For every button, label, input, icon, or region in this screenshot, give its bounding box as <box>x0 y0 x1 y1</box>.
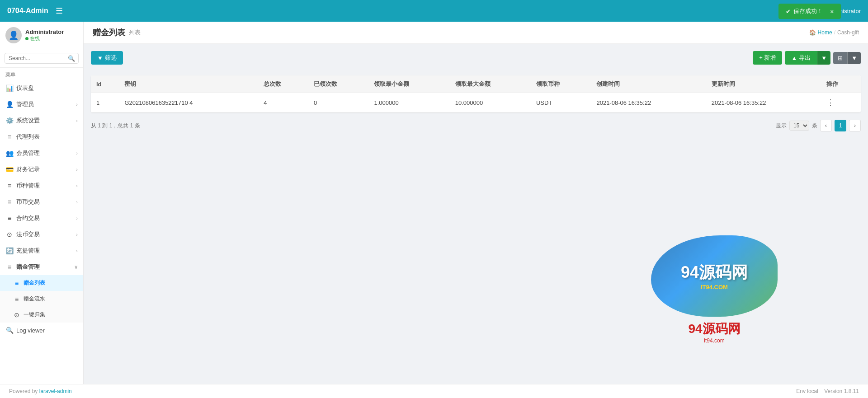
env-label: Env local <box>796 388 818 394</box>
cell-total: 4 <box>258 93 308 112</box>
chevron-down-icon: ∨ <box>74 264 78 270</box>
display-label: 显示 <box>776 122 787 130</box>
chevron-right-icon: › <box>76 199 78 205</box>
sidebar-item-label: 合约交易 <box>16 214 40 222</box>
page-subtitle: 列表 <box>129 28 141 37</box>
sidebar-item-admin[interactable]: 👤 管理员 › <box>0 96 83 112</box>
sidebar-item-logviewer[interactable]: 🔍 Log viewer <box>0 323 83 338</box>
breadcrumb-current: Cash-gift <box>837 29 859 36</box>
sidebar-item-label: 系统设置 <box>16 117 40 125</box>
sidebar-item-label: Log viewer <box>16 327 45 334</box>
status-dot-icon <box>25 37 28 40</box>
top-header: 0704-Admin ☰ 👤 Administrator <box>0 0 868 22</box>
cell-currency: USDT <box>531 93 591 112</box>
table-row: 1 G202108061635221710 4 4 0 1.000000 10.… <box>91 93 861 112</box>
col-created: 创建时间 <box>591 75 706 93</box>
sidebar-item-agent[interactable]: ≡ 代理列表 <box>0 129 83 145</box>
sidebar-item-label: 财务记录 <box>16 165 40 173</box>
contract-icon: ≡ <box>5 215 14 222</box>
sidebar-item-fiat[interactable]: ⊙ 法币交易 › <box>0 226 83 243</box>
cell-created: 2021-08-06 16:35:22 <box>591 93 706 112</box>
cell-id: 1 <box>91 93 119 112</box>
sidebar-item-gift[interactable]: ≡ 赠金管理 ∨ <box>0 259 83 275</box>
cell-updated: 2021-08-06 16:35:22 <box>706 93 821 112</box>
toast-close-button[interactable]: × <box>830 8 834 15</box>
cols-button[interactable]: ⊞ <box>833 52 847 64</box>
chevron-right-icon: › <box>76 248 78 253</box>
laravel-admin-link[interactable]: laravel-admin <box>39 388 72 394</box>
table-head: Id 密钥 总次数 已领次数 领取最小金额 领取最大金额 领取币种 创建时间 更… <box>91 75 861 93</box>
pagination-info: 从 1 到 1，总共 1 条 <box>91 122 140 130</box>
sidebar-item-label: 会员管理 <box>16 149 40 157</box>
action-menu-icon[interactable]: ⋮ <box>826 98 835 107</box>
cell-max-amount: 10.000000 <box>450 93 531 112</box>
sidebar-item-label: 币种管理 <box>16 182 40 190</box>
export-dropdown-button[interactable]: ▼ <box>817 51 830 65</box>
next-page-button[interactable]: › <box>849 120 861 131</box>
toast-message: 保存成功！ <box>793 7 823 15</box>
home-icon: 🏠 <box>809 29 816 36</box>
sidebar-item-label: 币币交易 <box>16 198 40 206</box>
sidebar-item-label: 代理列表 <box>16 133 40 141</box>
dashboard-icon: 📊 <box>5 84 14 92</box>
app-logo: 0704-Admin <box>7 7 48 15</box>
powered-by-text: Powered by <box>9 388 38 394</box>
pagination-bar: 从 1 到 1，总共 1 条 显示 15 30 50 条 ‹ 1 › <box>91 118 861 133</box>
cols-group: ⊞ ▼ <box>833 52 861 64</box>
pagination-right: 显示 15 30 50 条 ‹ 1 › <box>776 120 861 131</box>
total-label: 条 <box>812 122 817 130</box>
sidebar-item-currency[interactable]: ≡ 币种管理 › <box>0 178 83 194</box>
chevron-right-icon: › <box>76 183 78 188</box>
data-table: Id 密钥 总次数 已领次数 领取最小金额 领取最大金额 领取币种 创建时间 更… <box>91 75 861 112</box>
agent-icon: ≡ <box>5 133 14 140</box>
sidebar-item-gift-flow[interactable]: ≡ 赠金流水 <box>0 291 83 307</box>
toolbar: + 新增 ▲ 导出 ▼ ⊞ ▼ <box>753 51 861 65</box>
breadcrumb-separator: / <box>834 29 835 36</box>
main-content: 赠金列表 列表 🏠 Home / Cash-gift ▼ 筛选 <box>84 22 868 384</box>
sidebar-item-member[interactable]: 👥 会员管理 › <box>0 145 83 161</box>
page-title-area: 赠金列表 列表 <box>93 27 141 38</box>
sidebar-item-recharge[interactable]: 🔄 充提管理 › <box>0 243 83 259</box>
page-size-select[interactable]: 15 30 50 <box>789 121 809 131</box>
sidebar-item-label: 管理员 <box>16 100 34 108</box>
sidebar-item-label: 赠金管理 <box>16 263 40 271</box>
sidebar-item-system[interactable]: ⚙️ 系统设置 › <box>0 112 83 129</box>
chevron-right-icon: › <box>76 102 78 107</box>
save-toast: ✔ 保存成功！ × <box>778 4 841 19</box>
breadcrumb-home-link[interactable]: Home <box>818 29 832 36</box>
system-icon: ⚙️ <box>5 117 14 124</box>
col-claimed: 已领次数 <box>308 75 369 93</box>
search-icon: 🔍 <box>68 55 75 62</box>
filter-icon: ▼ <box>97 55 103 61</box>
sidebar-username: Administrator <box>25 28 64 35</box>
fiat-icon: ⊙ <box>5 231 14 238</box>
finance-icon: 💳 <box>5 166 14 173</box>
export-group: ▲ 导出 ▼ <box>785 51 830 65</box>
table-body: 1 G202108061635221710 4 4 0 1.000000 10.… <box>91 93 861 112</box>
page-1-button[interactable]: 1 <box>835 120 846 131</box>
cell-key: G202108061635221710 4 <box>119 93 258 112</box>
page-title: 赠金列表 <box>93 27 125 38</box>
sidebar-item-gift-list[interactable]: ≡ 赠金列表 <box>0 275 83 291</box>
col-id: Id <box>91 75 119 93</box>
sidebar-item-trade[interactable]: ≡ 币币交易 › <box>0 194 83 210</box>
chevron-right-icon: › <box>76 167 78 172</box>
footer: Powered by laravel-admin Env local Versi… <box>0 384 868 398</box>
export-button[interactable]: ▲ 导出 <box>785 51 817 65</box>
cell-action[interactable]: ⋮ <box>821 93 861 112</box>
prev-page-button[interactable]: ‹ <box>820 120 832 131</box>
cell-min-amount: 1.000000 <box>368 93 449 112</box>
col-key: 密钥 <box>119 75 258 93</box>
sidebar-item-dashboard[interactable]: 📊 仪表盘 <box>0 80 83 96</box>
filter-button[interactable]: ▼ 筛选 <box>91 51 123 65</box>
new-button[interactable]: + 新增 <box>753 51 782 65</box>
toast-check-icon: ✔ <box>786 8 791 15</box>
col-updated: 更新时间 <box>706 75 821 93</box>
trade-icon: ≡ <box>5 198 14 206</box>
sidebar-item-collect[interactable]: ⊙ 一键归集 <box>0 307 83 323</box>
cols-dropdown-button[interactable]: ▼ <box>847 52 861 64</box>
sidebar-user: 👤 Administrator 在线 <box>0 22 83 49</box>
hamburger-icon[interactable]: ☰ <box>56 6 63 16</box>
sidebar-item-finance[interactable]: 💳 财务记录 › <box>0 161 83 178</box>
sidebar-item-contract[interactable]: ≡ 合约交易 › <box>0 210 83 226</box>
